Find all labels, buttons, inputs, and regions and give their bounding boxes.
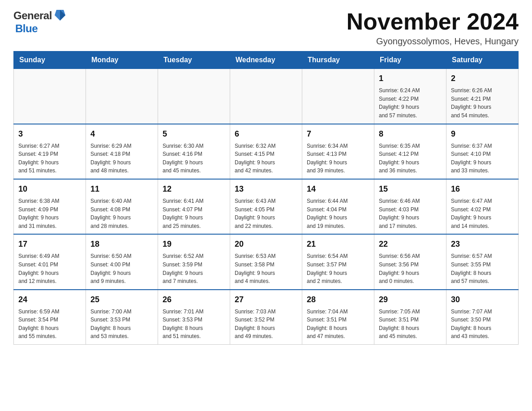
calendar-day-cell: 25Sunrise: 7:00 AM Sunset: 3:53 PM Dayli… [86,290,158,345]
day-info: Sunrise: 6:34 AM Sunset: 4:13 PM Dayligh… [307,142,369,175]
day-number: 18 [90,238,153,250]
day-info: Sunrise: 7:04 AM Sunset: 3:51 PM Dayligh… [307,308,369,341]
calendar-day-cell: 13Sunrise: 6:43 AM Sunset: 4:05 PM Dayli… [230,179,302,234]
calendar-day-cell: 10Sunrise: 6:38 AM Sunset: 4:09 PM Dayli… [14,179,86,234]
day-info: Sunrise: 6:29 AM Sunset: 4:18 PM Dayligh… [90,142,153,175]
weekday-header-monday: Monday [86,51,158,69]
day-number: 28 [307,294,369,306]
day-info: Sunrise: 6:37 AM Sunset: 4:10 PM Dayligh… [451,142,514,175]
day-number: 26 [163,294,225,306]
day-number: 25 [90,294,153,306]
calendar-day-cell: 27Sunrise: 7:03 AM Sunset: 3:52 PM Dayli… [230,290,302,345]
day-info: Sunrise: 6:49 AM Sunset: 4:01 PM Dayligh… [18,252,81,285]
day-info: Sunrise: 6:44 AM Sunset: 4:04 PM Dayligh… [307,197,369,230]
page-title: November 2024 [347,9,519,34]
day-info: Sunrise: 6:27 AM Sunset: 4:19 PM Dayligh… [18,142,81,175]
day-number: 8 [379,128,442,140]
day-number: 1 [379,73,442,85]
day-number: 12 [163,183,225,195]
logo-icon [53,8,67,22]
calendar-day-cell: 8Sunrise: 6:35 AM Sunset: 4:12 PM Daylig… [374,124,446,179]
day-info: Sunrise: 6:47 AM Sunset: 4:02 PM Dayligh… [451,197,514,230]
day-info: Sunrise: 6:53 AM Sunset: 3:58 PM Dayligh… [235,252,297,285]
day-info: Sunrise: 6:54 AM Sunset: 3:57 PM Dayligh… [307,252,369,285]
calendar-week-row: 17Sunrise: 6:49 AM Sunset: 4:01 PM Dayli… [14,234,519,289]
calendar-day-cell: 16Sunrise: 6:47 AM Sunset: 4:02 PM Dayli… [446,179,519,234]
day-info: Sunrise: 6:38 AM Sunset: 4:09 PM Dayligh… [18,197,81,230]
day-info: Sunrise: 6:30 AM Sunset: 4:16 PM Dayligh… [163,142,225,175]
day-info: Sunrise: 6:32 AM Sunset: 4:15 PM Dayligh… [235,142,297,175]
day-info: Sunrise: 6:46 AM Sunset: 4:03 PM Dayligh… [379,197,442,230]
day-number: 10 [18,183,81,195]
calendar-day-cell: 4Sunrise: 6:29 AM Sunset: 4:18 PM Daylig… [86,124,158,179]
calendar-day-cell: 26Sunrise: 7:01 AM Sunset: 3:53 PM Dayli… [158,290,230,345]
calendar-day-cell: 29Sunrise: 7:05 AM Sunset: 3:51 PM Dayli… [374,290,446,345]
calendar-day-cell: 30Sunrise: 7:07 AM Sunset: 3:50 PM Dayli… [446,290,519,345]
page-header: General Blue November 2024 Gyongyossolym… [13,9,519,47]
calendar-day-cell [158,69,230,124]
weekday-header-thursday: Thursday [302,51,374,69]
day-number: 14 [307,183,369,195]
day-info: Sunrise: 7:05 AM Sunset: 3:51 PM Dayligh… [379,308,442,341]
day-number: 27 [235,294,297,306]
calendar-day-cell: 19Sunrise: 6:52 AM Sunset: 3:59 PM Dayli… [158,234,230,289]
calendar-day-cell: 9Sunrise: 6:37 AM Sunset: 4:10 PM Daylig… [446,124,519,179]
calendar-day-cell: 7Sunrise: 6:34 AM Sunset: 4:13 PM Daylig… [302,124,374,179]
day-info: Sunrise: 6:57 AM Sunset: 3:55 PM Dayligh… [451,252,514,285]
day-info: Sunrise: 6:41 AM Sunset: 4:07 PM Dayligh… [163,197,225,230]
day-info: Sunrise: 7:07 AM Sunset: 3:50 PM Dayligh… [451,308,514,341]
calendar-day-cell: 22Sunrise: 6:56 AM Sunset: 3:56 PM Dayli… [374,234,446,289]
day-info: Sunrise: 6:56 AM Sunset: 3:56 PM Dayligh… [379,252,442,285]
day-number: 16 [451,183,514,195]
calendar-week-row: 24Sunrise: 6:59 AM Sunset: 3:54 PM Dayli… [14,290,519,345]
day-info: Sunrise: 6:40 AM Sunset: 4:08 PM Dayligh… [90,197,153,230]
calendar-day-cell: 28Sunrise: 7:04 AM Sunset: 3:51 PM Dayli… [302,290,374,345]
day-number: 6 [235,128,297,140]
day-number: 9 [451,128,514,140]
day-number: 5 [163,128,225,140]
day-number: 15 [379,183,442,195]
calendar-table: SundayMondayTuesdayWednesdayThursdayFrid… [13,51,519,345]
day-info: Sunrise: 6:59 AM Sunset: 3:54 PM Dayligh… [18,308,81,341]
logo: General Blue [13,9,67,35]
calendar-day-cell [302,69,374,124]
weekday-header-saturday: Saturday [446,51,519,69]
calendar-day-cell [14,69,86,124]
calendar-day-cell: 17Sunrise: 6:49 AM Sunset: 4:01 PM Dayli… [14,234,86,289]
logo-general-text: General [13,9,52,22]
calendar-day-cell: 5Sunrise: 6:30 AM Sunset: 4:16 PM Daylig… [158,124,230,179]
logo-blue-text: Blue [15,22,38,35]
day-info: Sunrise: 7:03 AM Sunset: 3:52 PM Dayligh… [235,308,297,341]
day-info: Sunrise: 6:24 AM Sunset: 4:22 PM Dayligh… [379,86,442,120]
day-number: 20 [235,238,297,250]
calendar-day-cell: 20Sunrise: 6:53 AM Sunset: 3:58 PM Dayli… [230,234,302,289]
day-number: 2 [451,73,514,85]
day-info: Sunrise: 7:01 AM Sunset: 3:53 PM Dayligh… [163,308,225,341]
day-number: 11 [90,183,153,195]
calendar-day-cell: 6Sunrise: 6:32 AM Sunset: 4:15 PM Daylig… [230,124,302,179]
day-info: Sunrise: 7:00 AM Sunset: 3:53 PM Dayligh… [90,308,153,341]
day-info: Sunrise: 6:35 AM Sunset: 4:12 PM Dayligh… [379,142,442,175]
title-block: November 2024 Gyongyossolymos, Heves, Hu… [347,9,519,47]
day-number: 13 [235,183,297,195]
calendar-day-cell: 3Sunrise: 6:27 AM Sunset: 4:19 PM Daylig… [14,124,86,179]
calendar-day-cell [86,69,158,124]
calendar-day-cell: 24Sunrise: 6:59 AM Sunset: 3:54 PM Dayli… [14,290,86,345]
day-number: 22 [379,238,442,250]
calendar-day-cell: 12Sunrise: 6:41 AM Sunset: 4:07 PM Dayli… [158,179,230,234]
weekday-header-tuesday: Tuesday [158,51,230,69]
day-number: 4 [90,128,153,140]
calendar-day-cell: 21Sunrise: 6:54 AM Sunset: 3:57 PM Dayli… [302,234,374,289]
day-number: 7 [307,128,369,140]
day-info: Sunrise: 6:50 AM Sunset: 4:00 PM Dayligh… [90,252,153,285]
day-number: 21 [307,238,369,250]
calendar-day-cell [230,69,302,124]
calendar-day-cell: 23Sunrise: 6:57 AM Sunset: 3:55 PM Dayli… [446,234,519,289]
page-subtitle: Gyongyossolymos, Heves, Hungary [347,36,519,47]
day-number: 23 [451,238,514,250]
calendar-day-cell: 2Sunrise: 6:26 AM Sunset: 4:21 PM Daylig… [446,69,519,124]
calendar-day-cell: 14Sunrise: 6:44 AM Sunset: 4:04 PM Dayli… [302,179,374,234]
calendar-header-row: SundayMondayTuesdayWednesdayThursdayFrid… [14,51,519,69]
calendar-day-cell: 18Sunrise: 6:50 AM Sunset: 4:00 PM Dayli… [86,234,158,289]
day-number: 17 [18,238,81,250]
